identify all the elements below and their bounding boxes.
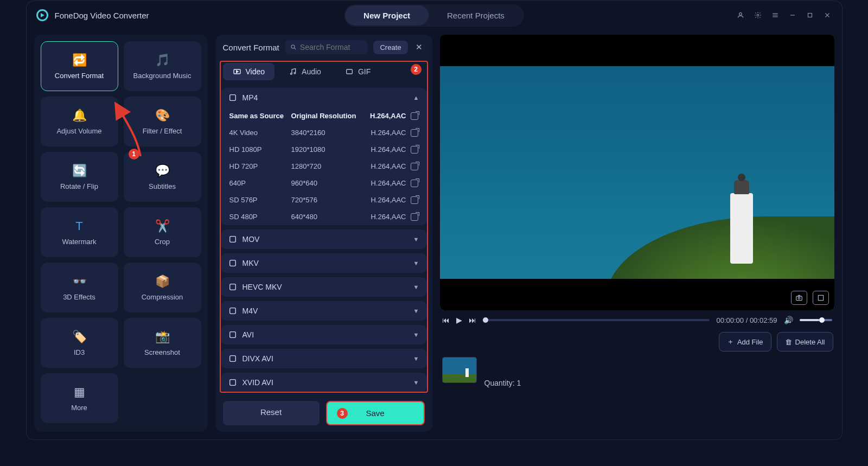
preset-label: SD 480P [229, 213, 289, 221]
format-group-header[interactable]: XVID AVI▼ [221, 373, 427, 392]
format-group: DIVX AVI▼ [221, 349, 427, 368]
volume-slider[interactable] [800, 319, 832, 321]
media-tab-gif[interactable]: GIF [335, 63, 380, 80]
close-button[interactable] [822, 10, 832, 20]
format-name: DIVX AVI [242, 354, 273, 363]
prev-button[interactable]: ⏮ [442, 316, 450, 324]
account-icon[interactable] [736, 10, 745, 20]
add-file-button[interactable]: ＋Add File [719, 332, 771, 352]
convert-icon: 🔁 [70, 53, 88, 67]
volume-icon[interactable]: 🔊 [784, 316, 793, 324]
preset-codec: H.264,AAC [371, 213, 406, 221]
svg-rect-7 [347, 69, 353, 74]
format-preset[interactable]: 4K Video3840*2160H.264,AAC [221, 124, 427, 141]
tool-screenshot[interactable]: 📸 Screenshot [124, 318, 201, 368]
create-button[interactable]: Create [373, 41, 407, 54]
svg-rect-15 [229, 380, 235, 386]
preset-label: HD 1080P [229, 145, 289, 154]
rotate-icon: 🔄 [70, 164, 88, 178]
format-group-header[interactable]: DIVX AVI▼ [221, 349, 427, 368]
tools-panel: 🔁 Convert Format 🎵 Background Music 🔔 Ad… [34, 35, 208, 432]
format-preset[interactable]: HD 1080P1920*1080H.264,AAC [221, 141, 427, 158]
tool-more[interactable]: ▦ More [41, 373, 118, 423]
svg-rect-17 [796, 296, 802, 301]
clip-thumbnail[interactable] [442, 357, 477, 383]
tool-compression[interactable]: 📦 Compression [124, 263, 201, 312]
format-name: HEVC MKV [242, 283, 282, 291]
edit-preset-icon[interactable] [411, 180, 418, 187]
delete-all-button[interactable]: 🗑Delete All [777, 332, 833, 352]
svg-point-1 [757, 14, 759, 16]
menu-icon[interactable] [770, 10, 780, 20]
tab-recent-projects[interactable]: Recent Projects [429, 5, 523, 25]
reset-button[interactable]: Reset [223, 401, 320, 425]
format-group-header[interactable]: MKV▼ [221, 253, 427, 273]
format-group-header[interactable]: HEVC MKV▼ [221, 277, 427, 297]
grid-icon: ▦ [70, 385, 88, 399]
tool-adjust-volume[interactable]: 🔔 Adjust Volume [41, 97, 118, 146]
music-icon: 🎵 [153, 53, 171, 67]
tool-filter-effect[interactable]: 🎨 Filter / Effect [124, 97, 201, 146]
fullscreen-button[interactable] [813, 291, 829, 305]
tool-label: ID3 [74, 348, 85, 356]
format-group-header[interactable]: M4V▼ [221, 301, 427, 321]
tool-3d-effects[interactable]: 👓 3D Effects [41, 263, 118, 312]
preset-label: Same as Source [229, 112, 289, 120]
media-tab-audio[interactable]: Audio [279, 63, 331, 80]
preset-codec: H.264,AAC [370, 112, 406, 120]
tool-background-music[interactable]: 🎵 Background Music [124, 41, 201, 91]
tool-id3[interactable]: 🏷️ ID3 [41, 318, 118, 368]
video-preview[interactable] [440, 35, 834, 310]
format-preset[interactable]: HD 720P1280*720H.264,AAC [221, 158, 427, 175]
save-label: Save [366, 408, 384, 418]
media-tab-video[interactable]: Video [223, 63, 275, 80]
tool-rotate-flip[interactable]: 🔄 Rotate / Flip [41, 152, 118, 202]
gif-icon [345, 67, 354, 76]
tab-new-project[interactable]: New Project [345, 5, 429, 25]
next-button[interactable]: ⏭ [469, 316, 476, 324]
preset-label: 640P [229, 179, 289, 187]
preset-label: HD 720P [229, 162, 289, 170]
settings-icon[interactable] [753, 10, 763, 20]
preset-codec: H.264,AAC [371, 196, 406, 204]
snapshot-button[interactable] [791, 291, 807, 305]
tool-label: Crop [155, 238, 170, 246]
search-input[interactable] [300, 43, 363, 52]
tool-watermark[interactable]: T Watermark [41, 207, 118, 257]
chevron-icon: ▼ [413, 355, 419, 362]
format-preset[interactable]: Same as SourceOriginal ResolutionH.264,A… [221, 107, 427, 124]
format-group-header[interactable]: MP4▲ [221, 88, 427, 107]
format-name: AVI [242, 330, 254, 339]
edit-preset-icon[interactable] [411, 129, 418, 137]
edit-preset-icon[interactable] [411, 163, 418, 170]
search-format-field[interactable] [285, 40, 368, 54]
edit-preset-icon[interactable] [411, 112, 418, 120]
media-type-tabs: Video Audio GIF [215, 60, 432, 84]
app-window: FoneDog Video Converter New Project Rece… [26, 1, 843, 440]
format-preset[interactable]: SD 576P720*576H.264,AAC [221, 191, 427, 208]
format-group-header[interactable]: AVI▼ [221, 325, 427, 344]
format-name: XVID AVI [242, 378, 273, 387]
chevron-icon: ▼ [413, 331, 419, 338]
format-preset[interactable]: 640P960*640H.264,AAC [221, 175, 427, 191]
edit-preset-icon[interactable] [411, 196, 418, 204]
formats-list[interactable]: MP4▲Same as SourceOriginal ResolutionH.2… [215, 84, 432, 394]
seek-track[interactable] [483, 319, 710, 321]
preset-resolution: 720*576 [291, 196, 362, 204]
format-preset[interactable]: SD 480P640*480H.264,AAC [221, 208, 427, 225]
tool-convert-format[interactable]: 🔁 Convert Format [41, 41, 118, 91]
glasses-icon: 👓 [70, 275, 88, 289]
play-button[interactable]: ▶ [456, 316, 462, 324]
save-button[interactable]: 3 Save [326, 401, 425, 425]
preset-resolution: 3840*2160 [291, 129, 362, 137]
tool-crop[interactable]: ✂️ Crop [124, 207, 201, 257]
edit-preset-icon[interactable] [411, 146, 418, 154]
edit-preset-icon[interactable] [411, 213, 418, 221]
format-group: HEVC MKV▼ [221, 277, 427, 297]
minimize-button[interactable] [788, 10, 797, 20]
close-panel-icon[interactable]: ✕ [413, 42, 425, 52]
format-group-header[interactable]: MOV▼ [221, 229, 427, 249]
filter-icon: 🎨 [153, 108, 171, 123]
maximize-button[interactable] [805, 10, 815, 20]
format-icon [228, 283, 237, 291]
